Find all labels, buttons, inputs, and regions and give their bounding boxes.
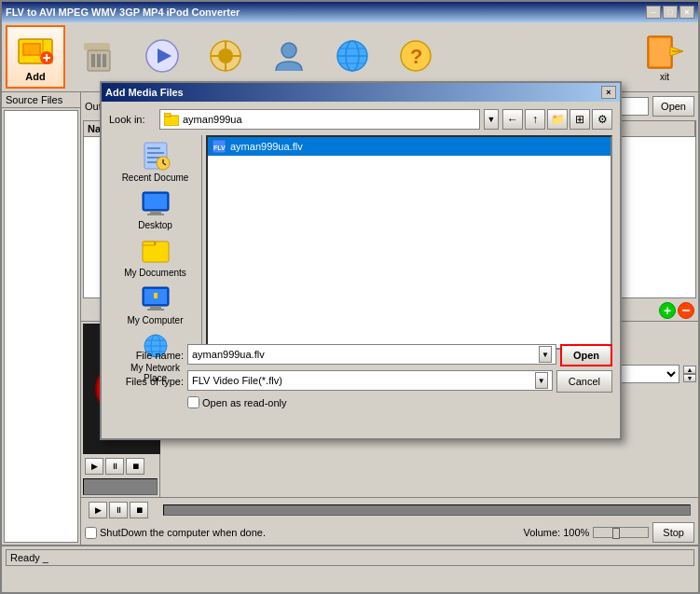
toolbar-exit-button[interactable]: xit bbox=[635, 25, 694, 89]
nav-my-documents[interactable]: My Documents bbox=[118, 234, 193, 280]
file-dialog-title: Add Media Files bbox=[105, 87, 184, 98]
filetype-dropdown[interactable]: ▼ bbox=[535, 372, 548, 389]
svg-rect-11 bbox=[103, 54, 106, 67]
add-item-button[interactable]: + bbox=[659, 302, 676, 319]
left-panel: Source Files bbox=[2, 92, 81, 545]
svg-rect-7 bbox=[84, 43, 110, 50]
toolbar-web-button[interactable] bbox=[323, 25, 382, 89]
file-browser-area[interactable]: FLV ayman999ua.flv bbox=[206, 135, 612, 350]
file-dialog: Add Media Files × Look in: ayman999ua ▼ … bbox=[100, 81, 622, 440]
volume-slider[interactable] bbox=[593, 527, 649, 538]
shutdown-checkbox[interactable] bbox=[85, 527, 97, 539]
toolbar-task-button[interactable] bbox=[196, 25, 255, 89]
exit-icon bbox=[646, 33, 683, 70]
svg-rect-53 bbox=[150, 306, 161, 309]
source-files-label: Source Files bbox=[2, 92, 80, 108]
main-window: FLV to AVI MPEG WMV 3GP MP4 iPod Convert… bbox=[0, 0, 700, 594]
shutdown-label-row: ShutDown the computer when done. bbox=[85, 527, 266, 539]
file-item-0[interactable]: FLV ayman999ua.flv bbox=[208, 137, 611, 156]
status-bar: Ready _ bbox=[2, 545, 698, 568]
minimize-button[interactable]: ─ bbox=[646, 6, 661, 19]
readonly-checkbox[interactable] bbox=[187, 396, 199, 408]
output-open-button[interactable]: Open bbox=[652, 96, 694, 117]
dialog-cancel-button[interactable]: Cancel bbox=[556, 370, 612, 393]
filename-label: File name: bbox=[109, 350, 184, 361]
help-icon: ? bbox=[397, 37, 434, 75]
title-bar-buttons: ─ □ × bbox=[646, 6, 694, 19]
remove-item-button[interactable]: − bbox=[678, 302, 694, 319]
svg-rect-47 bbox=[147, 214, 164, 215]
toolbar-play-button[interactable] bbox=[132, 25, 192, 89]
status-text: Ready _ bbox=[10, 552, 48, 563]
toolbar-profile-button[interactable] bbox=[259, 25, 319, 89]
svg-rect-35 bbox=[164, 113, 171, 117]
svg-rect-37 bbox=[147, 147, 160, 149]
nav-new-folder-button[interactable]: 📁 bbox=[547, 109, 568, 130]
lookin-row: Look in: ayman999ua ▼ ← ↑ 📁 ⊞ ⚙ bbox=[109, 109, 612, 130]
readonly-row: Open as read-only bbox=[109, 396, 612, 408]
svg-rect-45 bbox=[144, 194, 167, 209]
svg-rect-55 bbox=[154, 293, 158, 298]
file-dialog-close-button[interactable]: × bbox=[601, 86, 616, 99]
profile-icon bbox=[270, 37, 308, 75]
main-pause-button[interactable]: ⏸ bbox=[109, 502, 128, 518]
bottom-row1: ▶ ⏸ ⏹ bbox=[85, 500, 694, 520]
nav-documents-label: My Documents bbox=[124, 268, 186, 278]
main-play-controls: ▶ ⏸ ⏹ bbox=[85, 500, 152, 520]
main-stop-btn-small[interactable]: ⏹ bbox=[130, 502, 148, 518]
file-dialog-body: Look in: ayman999ua ▼ ← ↑ 📁 ⊞ ⚙ bbox=[102, 102, 620, 416]
add-icon bbox=[17, 32, 54, 69]
seek-bar[interactable] bbox=[83, 478, 158, 496]
video-up[interactable]: ▲ bbox=[683, 366, 696, 374]
close-button[interactable]: × bbox=[679, 6, 694, 19]
stop-button[interactable]: Stop bbox=[652, 522, 694, 543]
nav-up-button[interactable]: ↑ bbox=[525, 109, 545, 130]
dialog-open-button[interactable]: Open bbox=[560, 344, 612, 366]
readonly-text: Open as read-only bbox=[202, 397, 287, 408]
stop-preview-button[interactable]: ⏹ bbox=[126, 458, 144, 475]
toolbar-add-button[interactable]: Add bbox=[6, 25, 65, 89]
source-files-list[interactable] bbox=[4, 110, 78, 543]
volume-thumb[interactable] bbox=[612, 528, 620, 539]
pause-button[interactable]: ⏸ bbox=[105, 458, 124, 475]
video-down[interactable]: ▼ bbox=[683, 374, 696, 382]
restore-button[interactable]: □ bbox=[663, 6, 678, 19]
lookin-dropdown-arrow[interactable]: ▼ bbox=[484, 109, 499, 130]
volume-label: Volume: 100% bbox=[523, 527, 589, 538]
svg-point-20 bbox=[281, 43, 296, 58]
main-play-button[interactable]: ▶ bbox=[89, 502, 107, 518]
svg-rect-38 bbox=[147, 152, 164, 154]
add-label: Add bbox=[25, 71, 45, 82]
title-bar: FLV to AVI MPEG WMV 3GP MP4 iPod Convert… bbox=[2, 2, 698, 22]
nav-view-button[interactable]: ⊞ bbox=[570, 109, 590, 130]
main-seek-bar[interactable] bbox=[163, 504, 691, 516]
play-icon bbox=[144, 37, 181, 75]
svg-rect-9 bbox=[91, 54, 95, 67]
bottom-controls: ▶ ⏸ ⏹ ShutDown the computer when done. V… bbox=[81, 497, 698, 545]
toolbar-remove-button[interactable] bbox=[69, 25, 129, 89]
status-text-area: Ready _ bbox=[6, 549, 694, 566]
svg-rect-46 bbox=[150, 211, 161, 214]
filename-value: ayman999ua.flv bbox=[192, 349, 539, 360]
nav-recent-documents[interactable]: Recent Docume bbox=[118, 139, 193, 185]
shutdown-text: ShutDown the computer when done. bbox=[100, 527, 266, 538]
svg-text:?: ? bbox=[410, 45, 422, 68]
lookin-value: ayman999ua bbox=[183, 114, 475, 125]
nav-back-button[interactable]: ← bbox=[502, 109, 523, 130]
svg-rect-10 bbox=[97, 54, 101, 67]
file-item-name-0: ayman999ua.flv bbox=[230, 141, 303, 152]
svg-rect-54 bbox=[147, 309, 164, 311]
nav-desktop[interactable]: Desktop bbox=[118, 186, 193, 232]
play-button[interactable]: ▶ bbox=[85, 458, 103, 475]
remove-icon bbox=[80, 37, 117, 75]
window-title: FLV to AVI MPEG WMV 3GP MP4 iPod Convert… bbox=[6, 7, 240, 18]
filename-dropdown[interactable]: ▼ bbox=[539, 346, 552, 363]
nav-tools-button[interactable]: ⚙ bbox=[592, 109, 612, 130]
nav-computer-label: My Computer bbox=[127, 315, 183, 325]
svg-rect-34 bbox=[164, 116, 179, 126]
video-spinner: ▲ ▼ bbox=[683, 366, 696, 382]
nav-my-computer[interactable]: My Computer bbox=[118, 282, 193, 327]
toolbar-help-button[interactable]: ? bbox=[386, 25, 446, 89]
svg-text:FLV: FLV bbox=[213, 145, 226, 151]
svg-rect-49 bbox=[143, 242, 156, 245]
